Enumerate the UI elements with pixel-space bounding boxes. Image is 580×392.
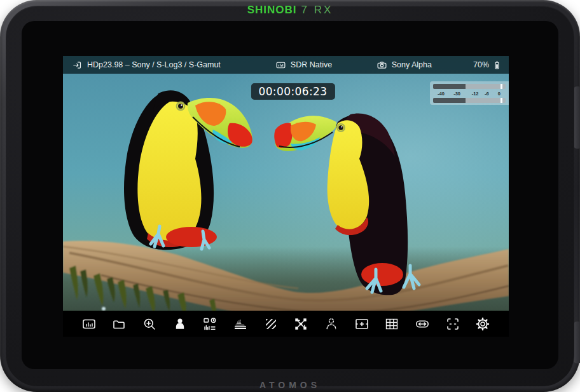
camera-icon [376,60,387,71]
battery-status[interactable]: 70% [473,60,502,71]
histogram-icon [81,316,97,332]
toolbar-anamorphic-button[interactable] [413,314,432,334]
false-color-icon [172,316,188,332]
input-status[interactable]: HDp23.98 – Sony / S-Log3 / S-Gamut [72,60,259,71]
toolbar-overlays-button[interactable] [200,314,219,334]
toolbar-vectorscope-button[interactable] [291,314,310,334]
input-label: HDp23.98 – Sony / S-Log3 / S-Gamut [87,60,221,69]
timecode-display[interactable]: 00:00:06:23 [251,83,335,100]
toolbar-playback-button[interactable] [109,314,128,334]
safe-area-icon [445,316,460,332]
focus-peaking-icon [324,316,339,332]
brand-name: SHINOBI [247,4,297,16]
status-bar: HDp23.98 – Sony / S-Log3 / S-Gamut SDR N… [63,56,509,74]
toolbar-zebra-button[interactable] [261,314,280,334]
toolbar-zoom-button[interactable] [140,314,159,334]
toolbar-focus-peaking-button[interactable] [322,314,341,334]
audio-meter-channel-1 [433,84,506,89]
toolbar-false-color-button[interactable] [170,314,190,334]
shinobi-monitor-device: SHINOBI7 RX [0,0,580,392]
frame-guides-icon [354,316,369,332]
camera-label: Sony Alpha [392,60,432,69]
camera-status[interactable]: Sony Alpha [376,60,432,71]
audio-meter-scale: -40-30-12-60 [433,91,506,97]
brand-model: 7 RX [301,4,333,16]
brand-logo-top: SHINOBI7 RX [0,3,580,17]
playback-icon [111,316,127,332]
overlays-icon [202,316,218,332]
settings-icon [475,316,490,332]
display-area: HDp23.98 – Sony / S-Log3 / S-Gamut SDR N… [63,56,509,337]
battery-percent: 70% [473,60,489,69]
brand-logo-bottom: ATOMOS [0,380,580,390]
display-mode-status[interactable]: SDR Native [275,60,332,71]
audio-level-meter[interactable]: -40-30-12-60 [430,81,509,105]
toolbar-frame-guides-button[interactable] [352,314,371,334]
audio-meter-channel-2 [433,98,506,103]
zoom-icon [142,316,157,332]
input-signal-icon [72,60,83,71]
waveform-icon [233,316,248,332]
zebra-icon [263,316,279,332]
toolbar-safe-area-button[interactable] [443,314,462,334]
grid-icon [384,316,399,332]
lut-display-icon [275,60,286,71]
toolbar-settings-button[interactable] [473,314,492,334]
battery-icon [492,60,502,71]
toolbar-grid-button[interactable] [382,314,401,334]
bottom-toolbar [63,311,509,337]
display-mode-label: SDR Native [291,60,332,69]
vectorscope-icon [293,316,308,332]
anamorphic-icon [415,316,430,332]
toolbar-histogram-button[interactable] [79,314,99,334]
toolbar-waveform-button[interactable] [231,314,250,334]
